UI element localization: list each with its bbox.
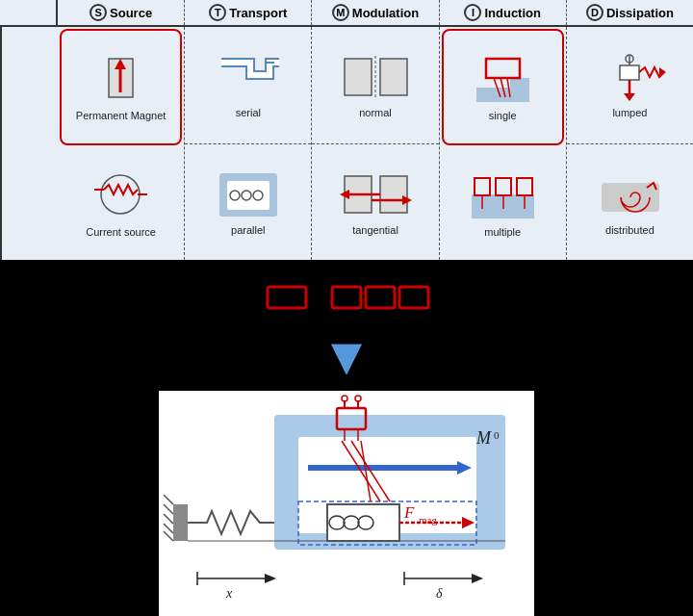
cell-dissipation-row0: lumped <box>567 27 693 144</box>
row-label-elements <box>0 27 58 260</box>
svg-rect-49 <box>173 504 188 541</box>
svg-line-50 <box>164 495 173 504</box>
svg-marker-74 <box>265 574 276 583</box>
cell-modulation-row0: normal <box>312 27 438 144</box>
cell-label-dissipation-row1: distributed <box>605 224 654 236</box>
col-name-source: Source <box>110 6 152 20</box>
col-letter-m: M <box>332 4 349 21</box>
bottom-section: ▼ <box>0 260 693 616</box>
col-letter-t: T <box>209 4 226 21</box>
cell-source-row0: Permanent Magnet <box>60 29 182 145</box>
icon-multiple <box>467 170 539 223</box>
cell-induction-row0: single <box>442 29 564 145</box>
icon-normal <box>340 51 412 104</box>
svg-line-52 <box>164 514 173 524</box>
cell-label-induction-row0: single <box>489 110 517 121</box>
data-col-induction: singlemultiple <box>440 27 567 260</box>
svg-rect-26 <box>496 178 511 195</box>
col-letter-i: I <box>464 4 481 21</box>
cell-induction-row1: multiple <box>440 147 566 260</box>
cell-label-transport-row1: parallel <box>231 224 265 236</box>
svg-rect-38 <box>268 287 306 308</box>
svg-rect-39 <box>332 287 361 308</box>
elements-table: SSourceTTransportMModulationIInductionDD… <box>0 0 693 260</box>
icon-parallel <box>212 168 284 221</box>
cell-label-source-row1: Current source <box>86 226 156 238</box>
small-icons-row <box>263 279 431 316</box>
col-header-induction: IInduction <box>440 0 567 25</box>
down-arrow: ▼ <box>321 330 372 383</box>
cell-label-modulation-row1: tangential <box>352 224 398 236</box>
svg-text:δ: δ <box>436 586 443 601</box>
svg-rect-41 <box>399 287 428 308</box>
col-name-modulation: Modulation <box>352 6 419 20</box>
svg-text:0: 0 <box>494 429 500 441</box>
col-header-dissipation: DDissipation <box>567 0 693 25</box>
svg-rect-25 <box>475 178 490 195</box>
diagram-svg: M 0 F mag x δ <box>159 391 534 616</box>
svg-marker-36 <box>624 93 635 101</box>
svg-text:mag: mag <box>419 514 437 526</box>
data-col-modulation: normaltangential <box>312 27 439 260</box>
cell-label-source-row0: Permanent Magnet <box>76 110 167 121</box>
cell-dissipation-row1: distributed <box>567 144 693 261</box>
table-section: SSourceTTransportMModulationIInductionDD… <box>0 0 693 260</box>
data-col-transport: serialparallel <box>185 27 312 260</box>
main-diagram: M 0 F mag x δ <box>159 391 534 616</box>
svg-text:F: F <box>403 503 415 522</box>
col-header-source: SSource <box>58 0 185 25</box>
svg-rect-27 <box>517 178 532 195</box>
svg-rect-40 <box>366 287 395 308</box>
svg-rect-45 <box>327 504 399 541</box>
col-name-dissipation: Dissipation <box>606 6 674 20</box>
icon-current-source <box>85 170 157 223</box>
cell-label-transport-row0: serial <box>236 107 261 118</box>
cell-transport-row1: parallel <box>185 144 311 261</box>
small-icon-multiple <box>330 279 431 316</box>
icon-serial <box>212 51 284 104</box>
col-name-induction: Induction <box>484 6 541 20</box>
icon-single <box>467 54 539 107</box>
cell-label-dissipation-row0: lumped <box>612 107 647 118</box>
svg-rect-33 <box>620 65 639 80</box>
cell-transport-row0: serial <box>185 27 311 144</box>
col-header-modulation: MModulation <box>312 0 439 25</box>
icon-lumped <box>594 51 666 104</box>
col-letter-d: D <box>586 4 603 21</box>
svg-rect-20 <box>486 59 520 78</box>
svg-marker-34 <box>659 67 666 77</box>
svg-rect-12 <box>380 59 407 95</box>
small-icon-single <box>263 279 311 316</box>
svg-text:M: M <box>475 428 492 448</box>
icon-permanent-magnet <box>85 54 157 107</box>
table-data-rows: Permanent MagnetCurrent sourceserialpara… <box>0 27 693 260</box>
svg-rect-11 <box>345 59 372 95</box>
svg-line-51 <box>164 504 173 514</box>
row-label-header <box>0 0 58 25</box>
icon-distributed <box>594 168 666 221</box>
col-header-transport: TTransport <box>185 0 312 25</box>
table-header: SSourceTTransportMModulationIInductionDD… <box>0 0 693 27</box>
col-letter-s: S <box>90 4 107 21</box>
data-col-source: Permanent MagnetCurrent source <box>58 27 185 260</box>
cell-label-modulation-row0: normal <box>359 107 392 118</box>
cell-modulation-row1: tangential <box>312 144 438 261</box>
cell-source-row1: Current source <box>58 147 184 260</box>
data-col-dissipation: lumpeddistributed <box>567 27 693 260</box>
col-name-transport: Transport <box>229 6 287 20</box>
icon-tangential <box>340 168 412 221</box>
svg-rect-15 <box>380 176 407 213</box>
cell-label-induction-row1: multiple <box>484 226 521 238</box>
svg-marker-78 <box>472 574 483 583</box>
svg-text:x: x <box>225 586 233 601</box>
